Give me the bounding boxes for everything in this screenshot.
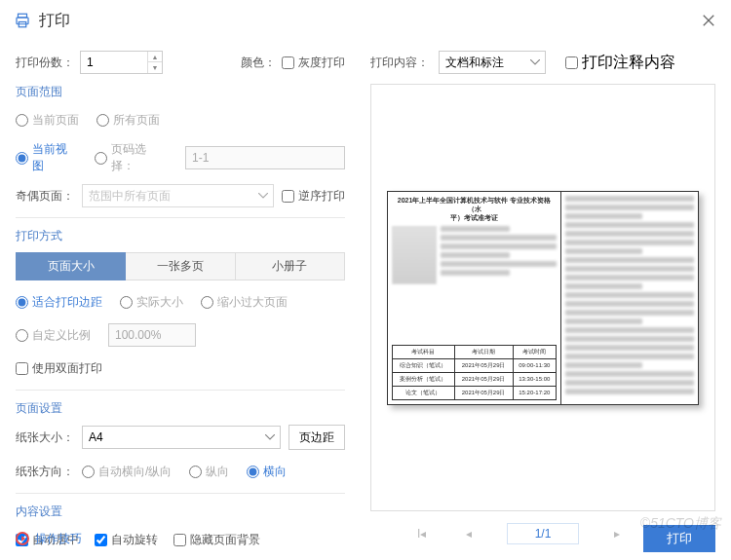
play-icon <box>16 532 29 545</box>
print-content-label: 打印内容： <box>370 55 429 71</box>
copies-input[interactable] <box>81 52 147 73</box>
copies-label: 打印份数： <box>16 55 74 71</box>
shrink-large-label: 缩小过大页面 <box>217 294 288 311</box>
section-page-setup: 页面设置 <box>16 390 345 417</box>
copies-up-icon[interactable]: ▲ <box>148 52 162 62</box>
exam-schedule-table: 考试科目考试日期考试时间 综合知识（笔试）2021年05月29日09:00-11… <box>392 345 557 400</box>
reverse-label: 逆序打印 <box>298 188 345 205</box>
radio-page-select[interactable] <box>95 152 107 165</box>
preview-area: 2021年上半年全国计算机技术与软件 专业技术资格（水 平）考试准考证 考试科目… <box>370 84 715 511</box>
fit-margins-label: 适合打印边距 <box>32 294 102 311</box>
all-pages-label: 所有页面 <box>113 112 160 129</box>
close-icon[interactable] <box>700 12 717 29</box>
document-preview: 2021年上半年全国计算机技术与软件 专业技术资格（水 平）考试准考证 考试科目… <box>387 191 699 405</box>
print-annot-checkbox[interactable] <box>565 56 578 69</box>
radio-landscape[interactable] <box>247 466 259 478</box>
tab-page-size[interactable]: 页面大小 <box>16 252 126 280</box>
reverse-checkbox[interactable] <box>282 190 294 203</box>
margins-button[interactable]: 页边距 <box>289 425 345 450</box>
tips-label: 操作技巧 <box>35 531 82 547</box>
actual-size-label: 实际大小 <box>136 294 183 311</box>
grayscale-checkbox[interactable] <box>282 56 294 69</box>
radio-custom-scale[interactable] <box>16 329 28 342</box>
section-page-range: 页面范围 <box>16 84 345 100</box>
auto-direction-label: 自动横向/纵向 <box>98 464 172 480</box>
radio-current-view[interactable] <box>16 152 28 165</box>
radio-auto-direction[interactable] <box>82 466 95 478</box>
radio-shrink-large[interactable] <box>201 296 213 309</box>
custom-scale-label: 自定义比例 <box>32 327 91 344</box>
copies-spinbox[interactable]: ▲ ▼ <box>80 51 163 74</box>
paper-size-label: 纸张大小： <box>16 429 74 446</box>
radio-current-page[interactable] <box>16 114 28 127</box>
print-content-select[interactable]: 文档和标注 <box>439 51 546 74</box>
duplex-label: 使用双面打印 <box>32 360 102 377</box>
copies-down-icon[interactable]: ▼ <box>148 62 162 73</box>
tab-multi-page[interactable]: 一张多页 <box>126 252 235 280</box>
dialog-title: 打印 <box>39 11 70 31</box>
landscape-label: 横向 <box>263 464 287 480</box>
radio-all-pages[interactable] <box>96 114 109 127</box>
portrait-label: 纵向 <box>206 464 229 480</box>
print-annot-label: 打印注释内容 <box>582 53 675 73</box>
radio-fit-margins[interactable] <box>16 296 28 309</box>
tab-booklet[interactable]: 小册子 <box>236 252 345 280</box>
odd-even-label: 奇偶页面： <box>16 188 74 205</box>
radio-portrait[interactable] <box>189 466 202 478</box>
section-content-settings: 内容设置 <box>16 493 345 520</box>
section-print-mode: 打印方式 <box>16 217 345 244</box>
current-view-label: 当前视图 <box>32 141 77 174</box>
watermark: ©51CTO博客 <box>640 515 721 533</box>
paper-size-select[interactable]: A4 <box>82 426 281 449</box>
duplex-checkbox[interactable] <box>16 362 28 375</box>
direction-label: 纸张方向： <box>16 464 74 480</box>
scale-input[interactable] <box>108 323 196 347</box>
page-select-input[interactable] <box>185 146 345 169</box>
current-page-label: 当前页面 <box>32 112 79 129</box>
color-label: 颜色： <box>241 55 276 71</box>
page-select-label: 页码选择： <box>111 141 168 174</box>
odd-even-select[interactable]: 范围中所有页面 <box>82 184 274 207</box>
grayscale-label: 灰度打印 <box>298 55 345 71</box>
printer-icon <box>14 12 31 29</box>
radio-actual-size[interactable] <box>120 296 133 309</box>
photo-placeholder <box>392 226 437 284</box>
tips-link[interactable]: 操作技巧 <box>16 531 82 547</box>
